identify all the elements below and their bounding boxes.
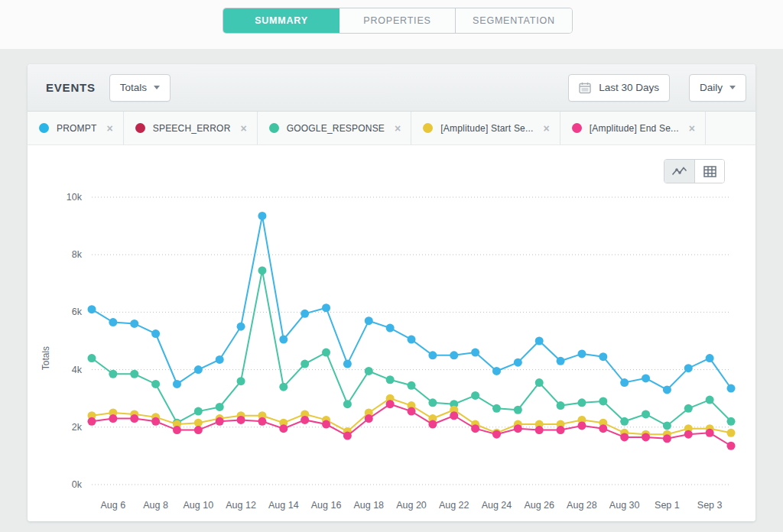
svg-text:Aug 10: Aug 10: [184, 500, 214, 511]
close-icon[interactable]: ×: [689, 123, 695, 134]
svg-text:6k: 6k: [72, 307, 83, 317]
event-chip-speech-error[interactable]: SPEECH_ERROR ×: [124, 112, 258, 144]
svg-text:Aug 12: Aug 12: [226, 500, 256, 511]
series-color-dot: [135, 123, 145, 133]
date-range-label: Last 30 Days: [599, 82, 659, 93]
event-chip-label: GOOGLE_RESPONSE: [287, 123, 385, 134]
svg-text:Aug 30: Aug 30: [609, 500, 640, 511]
totals-dropdown[interactable]: Totals: [109, 74, 171, 102]
close-icon[interactable]: ×: [107, 123, 113, 134]
svg-text:Aug 18: Aug 18: [353, 500, 384, 511]
svg-text:Aug 16: Aug 16: [311, 500, 342, 511]
event-chip-prompt[interactable]: PROMPT ×: [28, 112, 124, 144]
date-range-button[interactable]: Last 30 Days: [568, 74, 670, 102]
granularity-label: Daily: [700, 82, 723, 93]
svg-text:4k: 4k: [72, 365, 83, 375]
event-chip-label: SPEECH_ERROR: [153, 123, 231, 134]
series-color-dot: [423, 123, 433, 133]
view-tabs: SUMMARY PROPERTIES SEGMENTATION: [223, 8, 572, 33]
chevron-down-icon: [154, 86, 160, 89]
svg-text:8k: 8k: [72, 249, 83, 260]
event-chip-label: [Amplitude] End Se...: [590, 123, 679, 134]
table-view-toggle-button[interactable]: [694, 160, 724, 183]
event-chip-start-session[interactable]: [Amplitude] Start Se... ×: [411, 112, 560, 144]
tab-segmentation[interactable]: SEGMENTATION: [456, 8, 572, 33]
line-chart-toggle-button[interactable]: [664, 160, 694, 183]
chart-view-toggle: [664, 159, 725, 183]
events-header: EVENTS Totals Last 30 Days Dai: [28, 64, 755, 112]
event-chips-row: PROMPT × SPEECH_ERROR × GOOGLE_RESPONSE …: [28, 112, 755, 145]
svg-text:2k: 2k: [72, 422, 83, 433]
svg-text:0k: 0k: [72, 479, 83, 490]
tab-summary[interactable]: SUMMARY: [223, 8, 340, 33]
table-icon: [703, 166, 716, 177]
svg-text:Aug 14: Aug 14: [268, 500, 299, 511]
close-icon[interactable]: ×: [241, 123, 247, 134]
line-chart-icon: [671, 166, 687, 177]
close-icon[interactable]: ×: [544, 123, 550, 134]
chevron-down-icon: [729, 86, 736, 89]
svg-text:Aug 22: Aug 22: [439, 500, 469, 511]
event-chip-end-session[interactable]: [Amplitude] End Se... ×: [560, 112, 706, 144]
event-chip-label: PROMPT: [57, 123, 97, 134]
svg-text:Sep 1: Sep 1: [655, 500, 680, 511]
svg-text:Aug 28: Aug 28: [567, 500, 597, 511]
svg-text:10k: 10k: [67, 192, 83, 203]
svg-text:Aug 24: Aug 24: [482, 500, 512, 511]
tab-properties[interactable]: PROPERTIES: [340, 8, 456, 33]
event-chip-google-response[interactable]: GOOGLE_RESPONSE ×: [258, 112, 412, 144]
events-title: EVENTS: [46, 81, 96, 94]
svg-text:Aug 8: Aug 8: [143, 500, 168, 511]
close-icon[interactable]: ×: [395, 123, 401, 134]
events-line-chart[interactable]: 0k2k4k6k8k10kTotalsAug 6Aug 8Aug 10Aug 1…: [37, 188, 748, 515]
calendar-icon: [579, 82, 591, 94]
granularity-dropdown[interactable]: Daily: [689, 74, 746, 102]
svg-text:Aug 20: Aug 20: [396, 500, 427, 511]
svg-text:Totals: Totals: [41, 346, 51, 370]
event-chip-label: [Amplitude] Start Se...: [440, 123, 533, 134]
totals-dropdown-label: Totals: [120, 82, 147, 93]
series-color-dot: [572, 123, 582, 133]
series-color-dot: [269, 123, 279, 133]
svg-text:Sep 3: Sep 3: [697, 500, 723, 511]
top-tab-strip: SUMMARY PROPERTIES SEGMENTATION: [0, 0, 783, 49]
svg-text:Aug 26: Aug 26: [524, 500, 554, 511]
series-color-dot: [39, 123, 49, 133]
svg-text:Aug 6: Aug 6: [101, 500, 126, 511]
events-panel: EVENTS Totals Last 30 Days Dai: [28, 64, 755, 521]
chart-area: 0k2k4k6k8k10kTotalsAug 6Aug 8Aug 10Aug 1…: [28, 145, 755, 521]
